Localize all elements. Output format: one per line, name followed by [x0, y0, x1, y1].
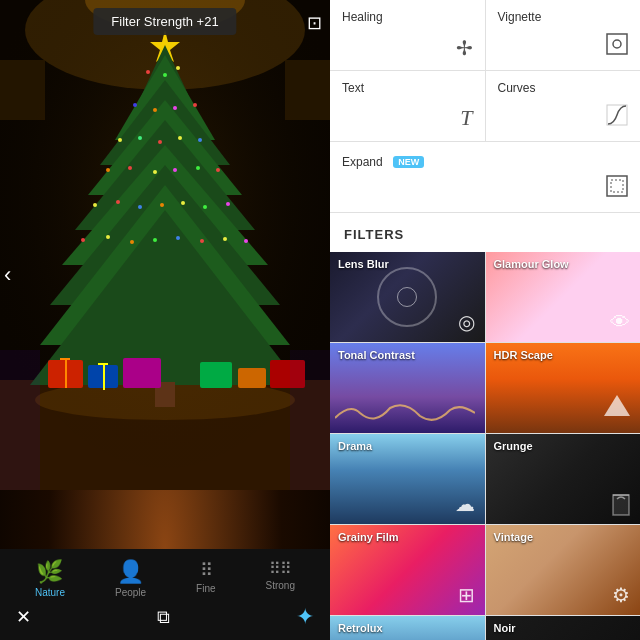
lens-blur-icon: ◎	[458, 310, 475, 334]
bottom-toolbar: 🌿 Nature 👤 People ⠿ Fine ⠿⠿ Strong ✕ ⧉ ✦	[0, 549, 330, 640]
photo-background	[0, 0, 330, 549]
svg-point-27	[198, 138, 202, 142]
tool-vignette[interactable]: Vignette	[486, 0, 641, 70]
tool-expand[interactable]: Expand NEW	[330, 142, 640, 212]
svg-point-36	[138, 205, 142, 209]
expand-icon	[606, 175, 628, 202]
svg-point-17	[176, 66, 180, 70]
tab-nature[interactable]: 🌿 Nature	[35, 559, 65, 598]
filter-vintage[interactable]: Vintage ⚙	[486, 525, 641, 615]
filter-tonal-contrast[interactable]: Tonal Contrast	[330, 343, 485, 433]
filter-retrolux[interactable]: Retrolux	[330, 616, 485, 640]
svg-point-28	[106, 168, 110, 172]
tool-curves[interactable]: Curves	[486, 71, 641, 141]
tool-healing[interactable]: Healing ✢	[330, 0, 485, 70]
svg-point-45	[176, 236, 180, 240]
svg-point-24	[138, 136, 142, 140]
expand-photo-button[interactable]: ⊡	[307, 12, 322, 34]
tab-strong-label: Strong	[266, 580, 295, 591]
svg-point-32	[196, 166, 200, 170]
svg-point-44	[153, 238, 157, 242]
filter-glamour-glow[interactable]: Glamour Glow 👁	[486, 252, 641, 342]
left-panel: Filter Strength +21 ‹ ⊡ 🌿 Nature 👤 Peopl…	[0, 0, 330, 640]
svg-point-25	[158, 140, 162, 144]
svg-rect-57	[238, 368, 266, 388]
svg-rect-56	[200, 362, 232, 388]
svg-rect-61	[0, 60, 45, 120]
svg-rect-54	[103, 363, 105, 390]
svg-point-29	[128, 166, 132, 170]
tonal-contrast-label: Tonal Contrast	[338, 349, 415, 361]
filter-strength-bar: Filter Strength +21	[93, 8, 236, 35]
drama-label: Drama	[338, 440, 372, 452]
tool-healing-label: Healing	[342, 10, 473, 24]
svg-rect-62	[285, 60, 330, 120]
filter-grunge[interactable]: Grunge	[486, 434, 641, 524]
svg-point-41	[81, 238, 85, 242]
svg-point-43	[130, 240, 134, 244]
tab-people-label: People	[115, 587, 146, 598]
svg-rect-55	[123, 358, 161, 388]
healing-icon: ✢	[456, 36, 473, 60]
filter-drama[interactable]: Drama ☁	[330, 434, 485, 524]
tab-nature-label: Nature	[35, 587, 65, 598]
tab-fine[interactable]: ⠿ Fine	[196, 559, 215, 598]
people-icon: 👤	[117, 559, 144, 585]
vintage-icon: ⚙	[612, 583, 630, 607]
curves-icon	[606, 104, 628, 131]
hdr-scape-label: HDR Scape	[494, 349, 553, 361]
svg-point-42	[106, 235, 110, 239]
svg-point-39	[203, 205, 207, 209]
filters-grid: Lens Blur ◎ Glamour Glow 👁 Tonal Contras…	[330, 252, 640, 640]
nav-arrow-left[interactable]: ‹	[4, 262, 11, 288]
tab-strong[interactable]: ⠿⠿ Strong	[266, 559, 295, 598]
grainy-film-icon: ⊞	[458, 583, 475, 607]
vignette-icon	[606, 33, 628, 60]
vintage-label: Vintage	[494, 531, 534, 543]
svg-point-33	[216, 168, 220, 172]
retrolux-label: Retrolux	[338, 622, 383, 634]
svg-rect-59	[0, 350, 40, 490]
svg-point-20	[153, 108, 157, 112]
svg-point-22	[193, 103, 197, 107]
svg-point-21	[173, 106, 177, 110]
grunge-label: Grunge	[494, 440, 533, 452]
svg-point-37	[160, 203, 164, 207]
adjustments-button[interactable]: ⧉	[157, 607, 170, 628]
svg-point-46	[200, 239, 204, 243]
tool-vignette-label: Vignette	[498, 10, 629, 24]
noir-label: Noir	[494, 622, 516, 634]
svg-point-35	[116, 200, 120, 204]
nature-icon: 🌿	[36, 559, 63, 585]
svg-point-26	[178, 136, 182, 140]
filters-section: FILTERS Lens Blur ◎ Glamour Glow 👁	[330, 213, 640, 640]
new-badge: NEW	[393, 156, 424, 168]
text-icon: T	[460, 105, 472, 131]
close-button[interactable]: ✕	[16, 606, 31, 628]
filter-strength-text: Filter Strength +21	[111, 14, 218, 29]
fine-icon: ⠿	[200, 559, 211, 581]
tools-grid: Healing ✢ Vignette Text T Curves	[330, 0, 640, 213]
filter-grainy-film[interactable]: Grainy Film ⊞	[330, 525, 485, 615]
svg-rect-60	[290, 350, 330, 490]
tool-text[interactable]: Text T	[330, 71, 485, 141]
tab-people[interactable]: 👤 People	[115, 559, 146, 598]
svg-point-47	[223, 237, 227, 241]
svg-point-30	[153, 170, 157, 174]
svg-point-48	[244, 239, 248, 243]
filter-lens-blur[interactable]: Lens Blur ◎	[330, 252, 485, 342]
strong-icon: ⠿⠿	[269, 559, 291, 578]
svg-point-34	[93, 203, 97, 207]
grainy-film-label: Grainy Film	[338, 531, 399, 543]
filter-hdr-scape[interactable]: HDR Scape	[486, 343, 641, 433]
drama-icon: ☁	[455, 492, 475, 516]
svg-marker-70	[604, 395, 630, 416]
svg-point-40	[226, 202, 230, 206]
brush-button[interactable]: ✦	[296, 604, 314, 630]
filter-tabs: 🌿 Nature 👤 People ⠿ Fine ⠿⠿ Strong	[0, 555, 330, 600]
svg-point-18	[163, 73, 167, 77]
svg-rect-68	[611, 180, 623, 192]
glamour-glow-icon: 👁	[610, 311, 630, 334]
tab-fine-label: Fine	[196, 583, 215, 594]
filter-noir[interactable]: Noir 🌙	[486, 616, 641, 640]
